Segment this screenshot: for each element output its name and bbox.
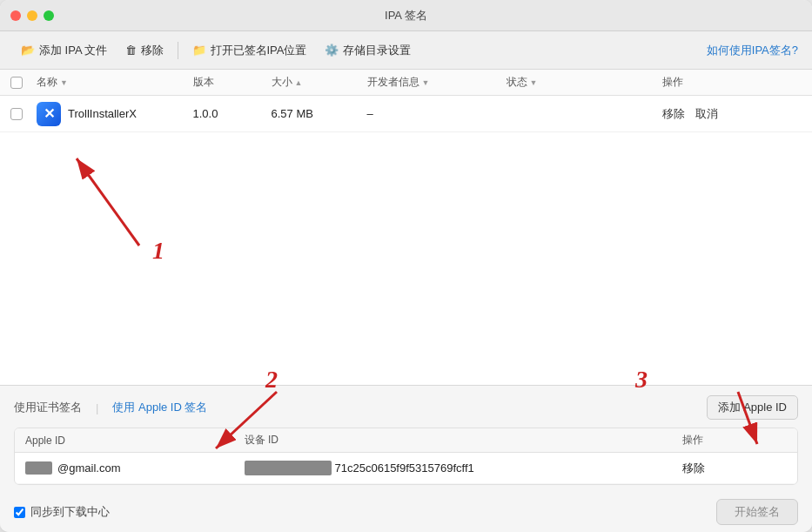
add-ipa-button[interactable]: 📂 添加 IPA 文件 <box>14 39 115 62</box>
row-actions: 移除 取消 <box>662 106 802 122</box>
col-status: 状态 ▼ <box>507 75 663 90</box>
col-size: 大小 ▲ <box>272 75 367 90</box>
sort-icon: ▼ <box>60 78 68 87</box>
email-blurred-part: ■■■■ <box>25 461 52 475</box>
app-icon: ✕ <box>37 102 61 126</box>
row-remove-button[interactable]: 移除 <box>662 106 685 122</box>
tab-apple-id[interactable]: 使用 Apple ID 签名 <box>112 394 207 421</box>
gear-icon: ⚙️ <box>325 44 339 57</box>
folder-icon: 📁 <box>192 44 206 57</box>
row-version: 1.0.0 <box>193 107 272 120</box>
row-checkbox-cell <box>10 108 37 120</box>
table-header: 名称 ▼ 版本 大小 ▲ 开发者信息 ▼ 状态 ▼ <box>0 70 812 96</box>
toolbar: 📂 添加 IPA 文件 🗑 移除 📁 打开已签名IPA位置 ⚙️ 存储目录设置 … <box>0 31 812 70</box>
size-sort-icon: ▲ <box>295 78 303 87</box>
trash-icon: 🗑 <box>125 44 137 57</box>
device-id-blurred: ■■■■■■■■■■■■ <box>245 461 332 475</box>
table-row: ✕ TrollInstallerX 1.0.0 6.57 MB – 移除 取消 <box>0 96 812 132</box>
col-name: 名称 ▼ <box>37 75 193 90</box>
add-ipa-icon: 📂 <box>21 44 35 57</box>
apple-id-remove-button[interactable]: 移除 <box>682 461 705 475</box>
row-developer: – <box>367 107 507 120</box>
apple-id-table: Apple ID 设备 ID 操作 ■■■■ @gmail.com ■■■■■■… <box>14 428 798 485</box>
storage-settings-button[interactable]: ⚙️ 存储目录设置 <box>318 39 418 62</box>
col-version: 版本 <box>193 75 272 90</box>
add-apple-id-button[interactable]: 添加 Apple ID <box>707 395 798 420</box>
sync-checkbox-label[interactable]: 同步到下载中心 <box>14 504 110 520</box>
row-checkbox[interactable] <box>10 108 23 120</box>
close-button[interactable] <box>10 10 21 21</box>
help-link[interactable]: 如何使用IPA签名? <box>707 43 798 58</box>
main-content: 名称 ▼ 版本 大小 ▲ 开发者信息 ▼ 状态 ▼ <box>0 70 812 532</box>
row-size: 6.57 MB <box>272 107 367 120</box>
apple-id-action-cell: 移除 <box>682 461 787 476</box>
start-sign-button[interactable]: 开始签名 <box>716 499 798 525</box>
col-developer: 开发者信息 ▼ <box>367 75 507 90</box>
sync-checkbox[interactable] <box>14 507 25 518</box>
toolbar-separator-1 <box>178 42 178 59</box>
status-sort-icon: ▼ <box>530 78 538 87</box>
bottom-section: 使用证书签名 | 使用 Apple ID 签名 添加 Apple ID Appl… <box>0 385 812 532</box>
col-action: 操作 <box>662 75 802 90</box>
annotation-svg: 1 <box>0 132 812 272</box>
maximize-button[interactable] <box>44 10 54 21</box>
apple-id-row: ■■■■ @gmail.com ■■■■■■■■■■■■ 71c25c0615f… <box>15 453 797 484</box>
svg-text:1: 1 <box>152 237 164 264</box>
titlebar: IPA 签名 <box>0 0 812 31</box>
open-location-button[interactable]: 📁 打开已签名IPA位置 <box>185 39 314 62</box>
apple-id-table-header: Apple ID 设备 ID 操作 <box>15 428 797 453</box>
email-suffix: @gmail.com <box>57 461 120 475</box>
dev-sort-icon: ▼ <box>422 78 430 87</box>
bottom-tabs: 使用证书签名 | 使用 Apple ID 签名 添加 Apple ID <box>0 386 812 421</box>
tab-certificate[interactable]: 使用证书签名 <box>14 394 82 421</box>
main-window: IPA 签名 📂 添加 IPA 文件 🗑 移除 📁 打开已签名IPA位置 ⚙️ … <box>0 0 812 532</box>
bottom-footer: 同步到下载中心 开始签名 <box>0 492 812 532</box>
tab-separator: | <box>96 401 98 414</box>
window-title: IPA 签名 <box>385 8 427 24</box>
device-id-cell: ■■■■■■■■■■■■ 71c25c0615f9f5315769fcff1 <box>245 461 682 475</box>
annotation-area: 1 <box>0 132 812 385</box>
ipa-table-area: 名称 ▼ 版本 大小 ▲ 开发者信息 ▼ 状态 ▼ <box>0 70 812 385</box>
minimize-button[interactable] <box>27 10 37 21</box>
apple-id-cell: ■■■■ @gmail.com <box>25 461 245 475</box>
remove-ipa-button[interactable]: 🗑 移除 <box>118 39 171 62</box>
app-name-cell: ✕ TrollInstallerX <box>37 102 193 126</box>
svg-line-1 <box>77 158 139 246</box>
header-checkbox[interactable] <box>10 77 23 89</box>
row-cancel-button[interactable]: 取消 <box>695 106 718 122</box>
device-id-suffix: 71c25c0615f9f5315769fcff1 <box>335 461 474 475</box>
traffic-lights <box>10 10 54 21</box>
col-checkbox <box>10 77 37 89</box>
